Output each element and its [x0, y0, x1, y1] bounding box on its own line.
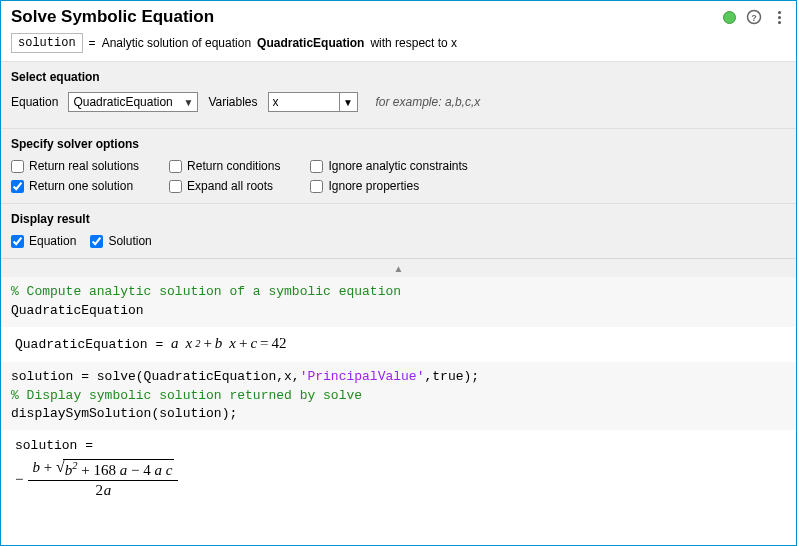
panel-header: Solve Symbolic Equation ?: [1, 1, 796, 31]
output-variable-box: solution: [11, 33, 83, 53]
equals-sign: =: [89, 36, 96, 50]
variables-field[interactable]: ▼: [268, 92, 358, 112]
return-conditions-checkbox[interactable]: Return conditions: [169, 159, 280, 173]
code-comment: % Compute analytic solution of a symboli…: [11, 284, 401, 299]
summary-eqname: QuadraticEquation: [257, 36, 364, 50]
status-indicator-icon: [723, 11, 736, 24]
code-block-2: solution = solve(QuadraticEquation,x,'Pr…: [1, 362, 796, 431]
equation-label: Equation: [11, 95, 58, 109]
variables-label: Variables: [208, 95, 257, 109]
select-equation-section: Select equation Equation QuadraticEquati…: [1, 61, 796, 128]
solve-symbolic-panel: Solve Symbolic Equation ? solution = Ana…: [0, 0, 797, 546]
display-result-title: Display result: [11, 212, 786, 226]
code-line: QuadraticEquation: [11, 303, 144, 318]
help-icon[interactable]: ?: [746, 9, 762, 25]
solution-lhs: solution =: [15, 438, 782, 453]
select-equation-title: Select equation: [11, 70, 786, 84]
variables-hint: for example: a,b,c,x: [376, 95, 481, 109]
solution-expr: − b + √b2 + 168 a − 4 a c 2 a: [15, 459, 178, 499]
equation-rhs: a x2 + b x + c = 42: [171, 335, 287, 352]
return-one-checkbox[interactable]: Return one solution: [11, 179, 139, 193]
solver-options-title: Specify solver options: [11, 137, 786, 151]
code-comment: % Display symbolic solution returned by …: [11, 388, 362, 403]
collapse-divider[interactable]: ▲: [1, 258, 796, 277]
output-summary: solution = Analytic solution of equation…: [1, 31, 796, 61]
triangle-up-icon: ▲: [394, 263, 404, 274]
kebab-menu-icon[interactable]: [772, 9, 786, 25]
svg-text:?: ?: [751, 13, 757, 23]
expand-roots-checkbox[interactable]: Expand all roots: [169, 179, 280, 193]
ignore-properties-checkbox[interactable]: Ignore properties: [310, 179, 467, 193]
display-solution-checkbox[interactable]: Solution: [90, 234, 151, 248]
code-line: solution = solve(QuadraticEquation,x,'Pr…: [11, 369, 479, 384]
panel-title: Solve Symbolic Equation: [11, 7, 723, 27]
display-equation-checkbox[interactable]: Equation: [11, 234, 76, 248]
code-block-1: % Compute analytic solution of a symboli…: [1, 277, 796, 327]
display-result-section: Display result Equation Solution: [1, 203, 796, 258]
ignore-analytic-checkbox[interactable]: Ignore analytic constraints: [310, 159, 467, 173]
equation-output: QuadraticEquation = a x2 + b x + c = 42: [1, 327, 796, 362]
return-real-checkbox[interactable]: Return real solutions: [11, 159, 139, 173]
chevron-down-icon[interactable]: ▼: [339, 93, 357, 111]
variables-input[interactable]: [269, 93, 339, 111]
equation-select[interactable]: QuadraticEquation: [68, 92, 198, 112]
equation-lhs: QuadraticEquation =: [15, 337, 171, 352]
solver-options-section: Specify solver options Return real solut…: [1, 128, 796, 203]
summary-pre: Analytic solution of equation: [102, 36, 251, 50]
summary-post: with respect to x: [370, 36, 457, 50]
solution-output: solution = − b + √b2 + 168 a − 4 a c 2 a: [1, 430, 796, 509]
code-line: displaySymSolution(solution);: [11, 406, 237, 421]
